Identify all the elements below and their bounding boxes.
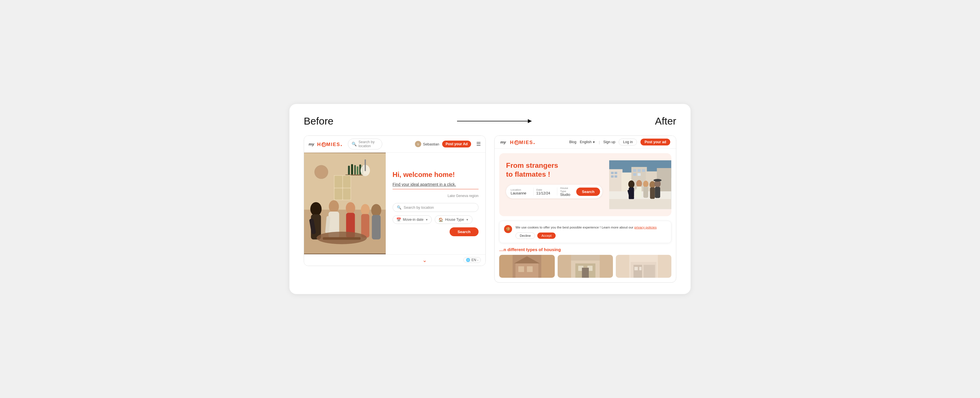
nav-search-placeholder: Search by location <box>358 140 379 148</box>
svg-rect-14 <box>334 189 342 200</box>
svg-rect-17 <box>364 160 366 171</box>
post-ad-button[interactable]: Post your Ad <box>442 141 471 147</box>
arrow-icon <box>457 121 531 121</box>
hamburger-icon[interactable]: ☰ <box>476 141 481 147</box>
after-hero-title: From strangers to flatmates ! <box>506 161 602 179</box>
cookie-icon: 🍪 <box>504 225 512 233</box>
before-label: Before <box>304 116 334 127</box>
privacy-link[interactable]: privacy policies <box>634 226 657 229</box>
hero-title-line2: to flatmates ! <box>506 170 550 178</box>
blog-link[interactable]: Blog <box>569 140 576 144</box>
after-hero-section: From strangers to flatmates ! Location L… <box>499 153 671 216</box>
house-type-label: House Type <box>560 186 571 193</box>
hero-title-line1: From strangers <box>506 162 558 169</box>
home-icon: 🏠 <box>438 217 443 222</box>
after-label: After <box>655 116 676 127</box>
accept-button[interactable]: Accept <box>537 233 555 239</box>
date-field-group: Date 11/12/24 <box>536 188 554 195</box>
svg-rect-60 <box>655 187 660 198</box>
svg-point-59 <box>654 179 662 182</box>
svg-rect-45 <box>642 169 645 172</box>
svg-rect-52 <box>637 187 641 198</box>
section-title: …n different types of housing <box>499 247 561 252</box>
nav-search-bar[interactable]: 🔍 Search by location <box>348 139 382 149</box>
cookie-banner: 🍪 We use cookies to offer you the best p… <box>499 221 671 243</box>
after-hero-image <box>609 153 671 216</box>
svg-rect-6 <box>354 165 356 175</box>
housing-card-3[interactable] <box>616 255 671 278</box>
svg-point-21 <box>329 200 339 213</box>
svg-rect-12 <box>334 176 342 188</box>
hero-subtitle-pre: Find your ideal <box>393 182 420 187</box>
svg-rect-7 <box>357 166 358 175</box>
house-type-label: House Type <box>445 217 464 222</box>
avatar: S <box>415 141 421 147</box>
house-type-value[interactable]: Studio <box>560 193 571 197</box>
svg-rect-15 <box>343 189 350 200</box>
svg-point-51 <box>636 180 642 187</box>
move-in-date-select[interactable]: 📅 Move-in date ▼ <box>393 215 432 224</box>
language-selector[interactable]: English ▼ <box>580 140 595 144</box>
location-value[interactable]: Lausanne <box>511 191 527 195</box>
nav-user: S Sebastian <box>415 141 439 147</box>
svg-rect-78 <box>639 267 641 270</box>
logo-dot: . <box>340 140 343 147</box>
search-button[interactable]: Search <box>450 227 479 236</box>
svg-rect-29 <box>372 215 381 239</box>
logo-homies: HOMIES. <box>317 141 343 147</box>
logo-o: O <box>321 142 326 147</box>
hero-search-input[interactable]: 🔍 Search by location <box>393 203 479 212</box>
after-hero-svg <box>609 153 671 216</box>
calendar-icon: 📅 <box>396 217 401 222</box>
search-divider-2 <box>557 187 557 195</box>
svg-rect-76 <box>644 265 655 278</box>
after-search-bar: Location Lausanne Date 11/12/24 House Ty… <box>506 185 602 198</box>
hero-title: Hi, welcome home! <box>393 171 479 179</box>
comparison-header: Before After <box>304 116 676 127</box>
after-panel: my HOMIES. Blog English ▼ | Sign up Log … <box>494 135 676 282</box>
lang-text: English <box>580 140 592 144</box>
svg-rect-43 <box>633 169 636 172</box>
svg-rect-13 <box>343 176 350 188</box>
comparison-card: Before After my HOMIES. 🔍 Search by loca… <box>290 104 690 294</box>
decline-button[interactable]: Decline <box>515 233 535 239</box>
hero-subtitle-link: apartment <box>420 182 438 187</box>
svg-rect-5 <box>351 164 353 175</box>
kitchen-scene-svg <box>304 152 386 254</box>
lang-chevron: › <box>477 258 478 262</box>
house-type-field-group: House Type Studio <box>560 186 574 197</box>
after-logo-homies: HOMIES. <box>510 139 536 146</box>
cookie-buttons: Decline Accept <box>515 233 657 239</box>
user-name: Sebastian <box>423 142 439 146</box>
date-value[interactable]: 11/12/24 <box>536 191 550 195</box>
svg-rect-31 <box>323 237 361 240</box>
svg-rect-4 <box>348 166 350 175</box>
svg-rect-42 <box>615 176 617 178</box>
signup-button[interactable]: Sign up <box>603 140 615 144</box>
search-icon: 🔍 <box>352 142 357 147</box>
housing-card-2[interactable] <box>558 255 613 278</box>
globe-icon: 🌐 <box>466 258 470 262</box>
before-navbar: my HOMIES. 🔍 Search by location S Sebast… <box>304 136 485 152</box>
house-type-select[interactable]: 🏠 House Type ▼ <box>435 215 473 224</box>
after-nav-links: Blog English ▼ | Sign up Log in Post you… <box>569 139 670 146</box>
svg-rect-39 <box>611 172 614 174</box>
after-lower: 🍪 We use cookies to offer you the best p… <box>495 221 676 282</box>
post-ad-button-after[interactable]: Post your ad <box>640 139 670 146</box>
before-panel: my HOMIES. 🔍 Search by location S Sebast… <box>304 135 486 266</box>
housing-types <box>499 255 671 278</box>
hero-subtitle: Find your ideal apartment in a click. <box>393 182 479 189</box>
hero-content: Hi, welcome home! Find your ideal apartm… <box>386 152 485 254</box>
svg-point-54 <box>643 181 649 187</box>
after-search-button[interactable]: Search <box>576 187 600 196</box>
svg-rect-44 <box>638 169 641 172</box>
language-badge[interactable]: 🌐 EN › <box>463 257 481 263</box>
after-hero-content: From strangers to flatmates ! Location L… <box>499 153 609 216</box>
section-title-text: …n different types of housing <box>499 247 561 252</box>
hero-image <box>304 152 386 254</box>
move-in-label: Move-in date <box>403 217 423 222</box>
svg-rect-64 <box>519 266 524 272</box>
housing-card-1[interactable] <box>499 255 555 278</box>
svg-point-28 <box>371 204 381 217</box>
login-button[interactable]: Log in <box>619 139 637 146</box>
